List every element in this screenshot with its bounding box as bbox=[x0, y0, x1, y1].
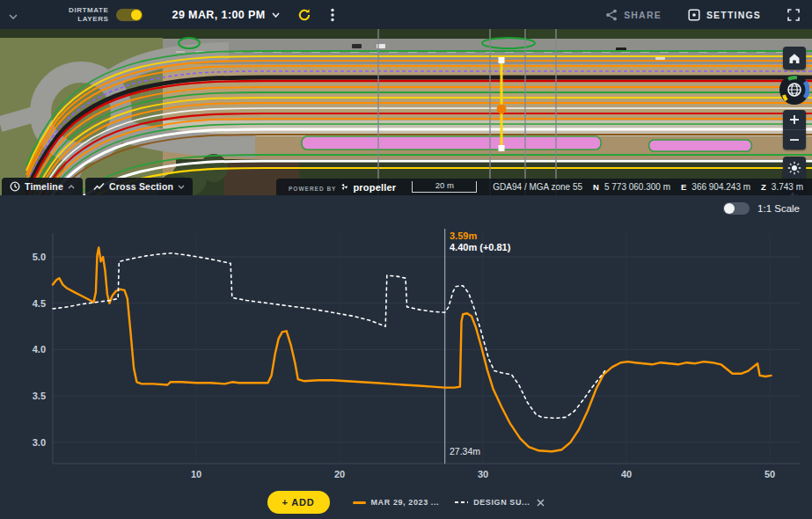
map-info-bar: POWERED BY propeller 20 m GDA94 / MGA zo… bbox=[276, 179, 812, 195]
remove-design-layer-button[interactable] bbox=[537, 499, 545, 507]
brightness-button[interactable] bbox=[783, 157, 806, 179]
svg-text:5.0: 5.0 bbox=[33, 252, 46, 262]
date-selector[interactable]: 29 MAR, 1:00 PM bbox=[172, 9, 280, 21]
clock-icon bbox=[10, 181, 20, 192]
cross-section-chart[interactable]: 5.04.54.03.53.01020304050 3.59m 4.40m (+… bbox=[0, 195, 812, 489]
refresh-button[interactable] bbox=[294, 4, 315, 26]
northing-value: 5 773 060.300 m bbox=[604, 182, 670, 192]
close-icon bbox=[537, 499, 545, 507]
cross-section-panel: 1:1 Scale 5.04.54.03.53.01020304050 3.59… bbox=[0, 195, 812, 519]
collapse-caret-icon[interactable] bbox=[4, 4, 23, 26]
svg-text:40: 40 bbox=[621, 469, 632, 479]
dirtmate-layers-toggle[interactable] bbox=[116, 9, 143, 21]
crs-label: GDA94 / MGA zone 55 bbox=[493, 182, 582, 192]
minus-icon bbox=[789, 135, 800, 145]
map-scale-bar: 20 m bbox=[412, 181, 477, 193]
settings-button[interactable]: SETTINGS bbox=[688, 9, 761, 21]
zoom-in-button[interactable] bbox=[783, 110, 806, 129]
svg-text:3.5: 3.5 bbox=[33, 391, 46, 401]
svg-text:10: 10 bbox=[191, 469, 201, 479]
fullscreen-icon bbox=[787, 9, 800, 21]
survey-line-swatch bbox=[353, 501, 366, 504]
kebab-menu-icon bbox=[331, 8, 334, 22]
crosshair-distance-value: 27.34m bbox=[450, 446, 480, 457]
globe-icon bbox=[779, 75, 809, 105]
powered-by-propeller: POWERED BY propeller bbox=[289, 182, 396, 193]
map-footer: Timeline Cross Section POWERED BY propel… bbox=[0, 178, 812, 195]
crosshair-design-value: 4.40m (+0.81) bbox=[450, 242, 510, 252]
legend-item-survey[interactable]: MAR 29, 2023 ... bbox=[353, 498, 440, 507]
more-options-button[interactable] bbox=[327, 4, 338, 26]
settings-icon bbox=[688, 9, 700, 21]
share-button[interactable]: SHARE bbox=[605, 9, 662, 21]
svg-text:3.0: 3.0 bbox=[33, 437, 46, 448]
sun-icon bbox=[787, 161, 801, 175]
chart-legend: MAR 29, 2023 ... DESIGN SU... bbox=[353, 498, 545, 507]
one-to-one-scale-toggle[interactable] bbox=[723, 202, 750, 215]
map-view[interactable]: Timeline Cross Section POWERED BY propel… bbox=[0, 29, 812, 195]
chevron-down-icon bbox=[272, 12, 280, 18]
add-survey-button[interactable]: + ADD bbox=[267, 491, 330, 514]
tab-timeline[interactable]: Timeline bbox=[2, 178, 83, 195]
propeller-dirtmate-app: DIRTMATE LAYERS 29 MAR, 1:00 PM bbox=[0, 0, 812, 519]
home-view-button[interactable] bbox=[783, 47, 806, 69]
legend-item-design[interactable]: DESIGN SU... bbox=[455, 498, 545, 507]
topbar: DIRTMATE LAYERS 29 MAR, 1:00 PM bbox=[0, 0, 812, 29]
chevron-down-icon bbox=[178, 185, 185, 189]
globe-navigation-button[interactable] bbox=[779, 75, 809, 105]
date-label: 29 MAR, 1:00 PM bbox=[172, 9, 266, 21]
map-aerial-imagery bbox=[0, 29, 812, 195]
panel-tabs: Timeline Cross Section bbox=[0, 178, 193, 195]
svg-text:30: 30 bbox=[478, 469, 488, 479]
scale-toggle-row: 1:1 Scale bbox=[716, 202, 800, 215]
map-coordinates: GDA94 / MGA zone 55 N5 773 060.300 m E36… bbox=[493, 182, 803, 192]
svg-text:50: 50 bbox=[764, 469, 775, 479]
zoom-out-button[interactable] bbox=[783, 130, 806, 150]
svg-text:4.5: 4.5 bbox=[33, 298, 46, 309]
home-icon bbox=[788, 53, 801, 64]
chart-bottom-row: + ADD MAR 29, 2023 ... DESIGN SU... bbox=[0, 491, 812, 514]
svg-text:4.0: 4.0 bbox=[33, 344, 46, 355]
line-chart-icon bbox=[93, 182, 105, 191]
plus-icon bbox=[789, 114, 800, 125]
chevron-up-icon bbox=[68, 185, 75, 189]
tab-cross-section[interactable]: Cross Section bbox=[85, 178, 193, 195]
crosshair-survey-value: 3.59m bbox=[450, 230, 477, 241]
fullscreen-button[interactable] bbox=[784, 5, 803, 25]
dirtmate-layers-label: DIRTMATE LAYERS bbox=[69, 6, 109, 23]
svg-text:20: 20 bbox=[334, 469, 345, 479]
zoom-controls bbox=[783, 110, 806, 150]
easting-value: 366 904.243 m bbox=[691, 182, 750, 192]
one-to-one-scale-label: 1:1 Scale bbox=[757, 203, 800, 214]
map-controls bbox=[781, 47, 808, 195]
elevation-value: 3.743 m bbox=[772, 182, 803, 192]
share-icon bbox=[605, 9, 618, 21]
design-line-swatch bbox=[455, 501, 468, 503]
propeller-logo-icon bbox=[340, 183, 348, 191]
refresh-icon bbox=[297, 8, 311, 22]
